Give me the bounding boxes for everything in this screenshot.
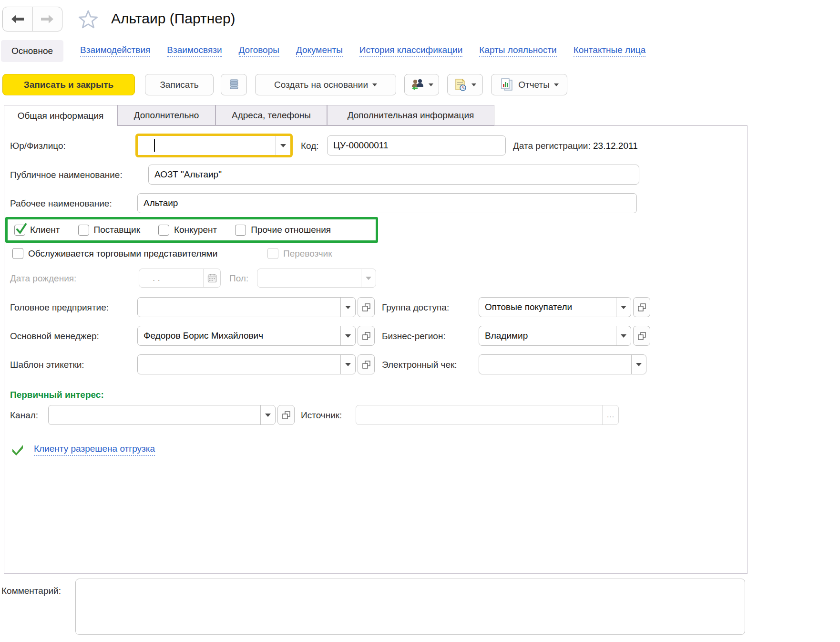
nav-item-main[interactable]: Основное [1,40,63,62]
document-clock-icon [454,78,467,92]
stack-icon [229,79,239,91]
channel-dropdown-arrow[interactable] [260,405,275,425]
history-nav-group [2,7,62,31]
shipment-allowed-row: Клиенту разрешена отгрузка [11,444,155,456]
head-company-value [138,298,340,317]
checkbox-supplier[interactable]: Поставщик [78,225,140,236]
tab-general-info[interactable]: Общая информация [4,105,117,126]
checkbox-label: Поставщик [94,225,140,235]
head-company-open-button[interactable] [358,297,375,317]
channel-value [49,405,260,425]
channel-open-button[interactable] [277,405,295,425]
chevron-down-icon [372,83,377,86]
source-value [356,405,602,425]
checkbox-box[interactable] [14,225,25,236]
create-based-on-button[interactable]: Создать на основании [255,74,396,95]
tab-additional[interactable]: Дополнительно [117,105,215,125]
business-region-open-button[interactable] [633,326,650,346]
checkbox-label: Конкурент [174,225,217,235]
public-name-field[interactable]: АОЗТ "Альтаир" [148,165,639,185]
checkbox-competitor[interactable]: Конкурент [158,225,217,236]
reports-button[interactable]: Отчеты [491,74,567,95]
save-and-close-button[interactable]: Записать и закрыть [2,74,135,95]
label-template-open-button[interactable] [358,354,375,374]
checkbox-served-by-reps[interactable]: Обслуживается торговыми представителями [12,248,217,259]
nav-item-interactions[interactable]: Взаимодействия [80,45,150,57]
tasks-reminder-button[interactable] [447,74,483,95]
contacts-people-icon [410,79,424,91]
tab-label: Общая информация [18,111,104,121]
legal-entity-label: Юр/Физлицо: [10,141,66,151]
tab-label: Адреса, телефоны [232,110,311,121]
shipment-allowed-link[interactable]: Клиенту разрешена отгрузка [34,444,155,456]
access-group-field[interactable]: Оптовые покупатели [479,297,631,317]
main-manager-open-button[interactable] [358,326,375,346]
chevron-down-icon [554,83,559,86]
nav-item-documents[interactable]: Документы [296,45,343,57]
access-group-dropdown-arrow[interactable] [616,298,631,317]
source-more-button: … [602,405,618,425]
label-template-field[interactable] [137,354,356,374]
checkbox-label: Обслуживается торговыми представителями [28,249,217,259]
source-field: … [356,405,619,425]
nav-item-classification-history[interactable]: История классификации [359,45,462,57]
business-region-dropdown-arrow[interactable] [616,326,631,345]
birth-date-field: . . [139,269,221,288]
nav-item-contact-persons[interactable]: Контактные лица [574,45,646,57]
save-button[interactable]: Записать [145,74,214,95]
nav-item-relationships[interactable]: Взаимосвязи [167,45,222,57]
checkbox-box[interactable] [12,248,23,259]
public-name-label: Публичное наименование: [10,170,123,180]
main-manager-field[interactable]: Федоров Борис Михайлович [137,326,356,346]
tab-label: Дополнительно [134,110,199,121]
label-template-value [138,355,340,374]
check-icon [15,223,28,236]
legal-entity-field[interactable] [135,134,293,157]
access-group-open-button[interactable] [633,297,650,317]
head-company-field[interactable] [137,297,356,317]
business-region-field[interactable]: Владимир [479,326,631,346]
working-name-value: Альтаир [138,194,636,213]
relation-types-highlight: Клиент Поставщик Конкурент Прочие отноше… [5,217,378,243]
tab-addresses-phones[interactable]: Адреса, телефоны [215,105,327,125]
back-button[interactable] [3,7,32,31]
reports-label: Отчеты [518,80,550,90]
code-field[interactable]: ЦУ-00000011 [327,135,506,155]
code-value: ЦУ-00000011 [328,136,505,155]
source-label: Источник: [301,410,342,421]
legal-entity-dropdown-arrow[interactable] [276,136,290,155]
main-manager-dropdown-arrow[interactable] [340,326,355,345]
create-based-on-label: Создать на основании [274,80,368,90]
registration-date-label: Дата регистрации: [513,141,591,151]
nav-item-loyalty-cards[interactable]: Карты лояльности [479,45,556,57]
comment-input[interactable] [75,579,745,635]
electronic-receipt-field[interactable] [479,354,646,374]
page-title: Альтаир (Партнер) [111,10,236,27]
working-name-field[interactable]: Альтаир [137,193,637,213]
nav-item-contracts[interactable]: Договоры [239,45,279,57]
head-company-dropdown-arrow[interactable] [340,298,355,317]
channel-field[interactable] [48,405,276,425]
checkbox-box[interactable] [78,225,89,236]
tab-label: Дополнительная информация [348,110,474,121]
registration-date: Дата регистрации: 23.12.2011 [513,141,638,151]
report-chart-icon [500,78,514,92]
ellipsis-icon: … [606,410,615,420]
checkbox-client[interactable]: Клиент [14,225,60,236]
checkbox-box[interactable] [235,225,246,236]
calendar-icon [203,269,220,287]
favorite-star-icon[interactable] [77,9,99,32]
electronic-receipt-dropdown-arrow[interactable] [631,355,646,374]
checkbox-box[interactable] [158,225,169,236]
electronic-receipt-label: Электронный чек: [382,360,457,370]
checkbox-other-relations[interactable]: Прочие отношения [235,225,331,236]
public-name-value: АОЗТ "Альтаир" [149,165,639,184]
checkbox-label: Прочие отношения [251,225,331,235]
birth-date-label: Дата рождения: [10,273,76,284]
working-name-label: Рабочее наименование: [10,198,112,209]
register-records-button[interactable] [221,74,247,95]
tab-additional-info[interactable]: Дополнительная информация [327,105,494,125]
contact-info-button[interactable] [404,74,439,95]
forward-button[interactable] [32,7,62,31]
label-template-dropdown-arrow[interactable] [340,355,355,374]
